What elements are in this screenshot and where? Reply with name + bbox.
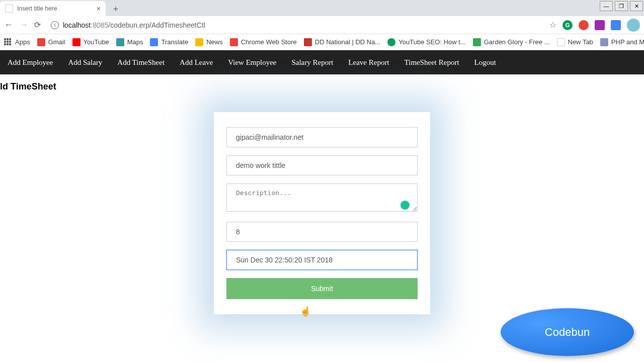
bookmark-star-icon[interactable]: ☆ xyxy=(549,20,556,30)
apps-icon xyxy=(4,38,12,46)
add-timesheet-form: Submit xyxy=(214,112,430,314)
bookmark-php-mysql[interactable]: PHP and MySQL Pro... xyxy=(600,38,644,46)
nav-add-salary[interactable]: Add Salary xyxy=(60,58,110,67)
close-window-button[interactable]: ✕ xyxy=(630,1,643,11)
nav-view-employee[interactable]: View Employee xyxy=(220,58,284,67)
grammarly-icon[interactable] xyxy=(400,201,410,210)
extension-icon[interactable] xyxy=(595,20,605,30)
address-bar: ← → ⟳ i localhost:8085/codebun.erp/AddTi… xyxy=(0,16,644,34)
link-icon xyxy=(473,38,481,46)
close-tab-icon[interactable]: × xyxy=(97,5,101,13)
bookmark-news[interactable]: News xyxy=(195,38,223,46)
new-tab-button[interactable]: + xyxy=(109,2,123,16)
extension-icon[interactable] xyxy=(611,20,621,30)
forward-button[interactable]: → xyxy=(19,20,28,30)
url-host: localhost xyxy=(63,21,91,29)
bookmark-chrome-web-store[interactable]: Chrome Web Store xyxy=(230,38,297,46)
url-box[interactable]: i localhost:8085/codebun.erp/AddTimeshee… xyxy=(47,21,543,29)
bookmark-translate[interactable]: Translate xyxy=(150,38,188,46)
page-favicon xyxy=(5,5,13,13)
codebun-watermark: Codebun xyxy=(501,308,634,356)
bookmark-youtube-seo[interactable]: YouTube SEO: How t... xyxy=(387,38,465,46)
nav-leave-report[interactable]: Leave Report xyxy=(341,58,396,67)
bookmarks-bar: Apps Gmail YouTube Maps Translate News C… xyxy=(0,34,644,50)
news-icon xyxy=(195,38,203,46)
nav-salary-report[interactable]: Salary Report xyxy=(284,58,341,67)
hours-field[interactable] xyxy=(226,222,418,242)
submit-button[interactable]: Submit xyxy=(226,278,418,299)
url-path: /codebun.erp/AddTimesheetCtl xyxy=(108,21,205,29)
tab-title: Insert title here xyxy=(17,5,57,12)
translate-icon xyxy=(150,38,158,46)
extension-icon[interactable] xyxy=(579,20,589,30)
work-title-field[interactable] xyxy=(226,155,418,175)
link-icon xyxy=(387,38,395,46)
nav-logout[interactable]: Logout xyxy=(467,58,504,67)
email-field[interactable] xyxy=(226,127,418,147)
description-field[interactable] xyxy=(226,184,418,212)
page-icon xyxy=(557,38,565,46)
page-heading: ld TimeSheet xyxy=(0,81,644,92)
nav-timesheet-report[interactable]: TimeSheet Report xyxy=(397,58,467,67)
maps-icon xyxy=(116,38,124,46)
bookmark-youtube[interactable]: YouTube xyxy=(72,38,109,46)
url-port: :8085 xyxy=(91,21,108,29)
dd-icon xyxy=(304,38,312,46)
profile-avatar[interactable] xyxy=(627,19,640,32)
chrome-store-icon xyxy=(230,38,238,46)
window-controls: — ❐ ✕ xyxy=(599,0,644,12)
bookmark-garden-glory[interactable]: Garden Glory - Free ... xyxy=(473,38,550,46)
nav-add-timesheet[interactable]: Add TimeSheet xyxy=(110,58,172,67)
bookmark-gmail[interactable]: Gmail xyxy=(37,38,65,46)
bookmark-maps[interactable]: Maps xyxy=(116,38,143,46)
minimize-button[interactable]: — xyxy=(600,1,613,11)
watermark-text: Codebun xyxy=(545,326,590,339)
app-nav: Add Employee Add Salary Add TimeSheet Ad… xyxy=(0,50,644,74)
bookmark-dd-national[interactable]: DD National | DD Na... xyxy=(304,38,381,46)
grammarly-extension-icon[interactable]: G xyxy=(562,20,573,30)
reload-button[interactable]: ⟳ xyxy=(34,20,41,30)
php-icon xyxy=(600,38,608,46)
youtube-icon xyxy=(72,38,80,46)
nav-add-employee[interactable]: Add Employee xyxy=(0,58,60,67)
nav-add-leave[interactable]: Add Leave xyxy=(172,58,220,67)
bookmark-new-tab[interactable]: New Tab xyxy=(557,38,593,46)
date-field[interactable] xyxy=(226,250,418,270)
maximize-button[interactable]: ❐ xyxy=(615,1,628,11)
back-button[interactable]: ← xyxy=(4,20,13,30)
site-info-icon[interactable]: i xyxy=(51,21,59,29)
bookmark-apps[interactable]: Apps xyxy=(4,38,30,46)
gmail-icon xyxy=(37,38,45,46)
browser-tab-strip: Insert title here × + — ❐ ✕ xyxy=(0,0,644,16)
browser-tab[interactable]: Insert title here × xyxy=(0,1,106,16)
